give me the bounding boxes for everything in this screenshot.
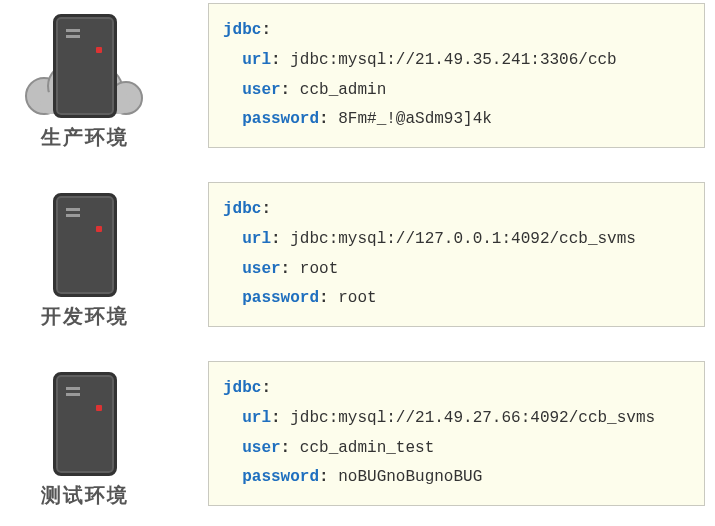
key-jdbc: jdbc <box>223 200 261 218</box>
server-icon <box>53 193 117 297</box>
key-url: url <box>242 409 271 427</box>
key-user: user <box>242 439 280 457</box>
env-icon-col-prod: 生产环境 <box>10 0 160 151</box>
key-password: password <box>242 289 319 307</box>
environments-diagram: 生产环境 jdbc: url: jdbc:mysql://21.49.35.24… <box>0 0 715 519</box>
server-led-icon <box>96 47 102 53</box>
env-label-test: 测试环境 <box>41 482 129 509</box>
server-icon-wrap <box>20 358 150 476</box>
key-jdbc: jdbc <box>223 21 261 39</box>
env-icon-col-test: 测试环境 <box>10 358 160 509</box>
val-url: jdbc:mysql://21.49.35.241:3306/ccb <box>290 51 616 69</box>
key-url: url <box>242 51 271 69</box>
key-password: password <box>242 110 319 128</box>
key-user: user <box>242 81 280 99</box>
val-password: 8Fm#_!@aSdm93]4k <box>338 110 492 128</box>
env-row-test: 测试环境 jdbc: url: jdbc:mysql://21.49.27.66… <box>10 358 705 509</box>
env-row-dev: 开发环境 jdbc: url: jdbc:mysql://127.0.0.1:4… <box>10 179 705 330</box>
val-password: root <box>338 289 376 307</box>
key-user: user <box>242 260 280 278</box>
env-icon-col-dev: 开发环境 <box>10 179 160 330</box>
config-code-test: jdbc: url: jdbc:mysql://21.49.27.66:4092… <box>208 361 705 505</box>
server-led-icon <box>96 405 102 411</box>
key-jdbc: jdbc <box>223 379 261 397</box>
val-user: ccb_admin_test <box>300 439 434 457</box>
env-row-prod: 生产环境 jdbc: url: jdbc:mysql://21.49.35.24… <box>10 0 705 151</box>
server-icon-wrap <box>20 179 150 297</box>
env-label-dev: 开发环境 <box>41 303 129 330</box>
val-user: root <box>300 260 338 278</box>
server-cloud-icon <box>20 0 150 118</box>
server-led-icon <box>96 226 102 232</box>
server-icon <box>53 14 117 118</box>
key-password: password <box>242 468 319 486</box>
val-url: jdbc:mysql://21.49.27.66:4092/ccb_svms <box>290 409 655 427</box>
key-url: url <box>242 230 271 248</box>
env-label-prod: 生产环境 <box>41 124 129 151</box>
val-user: ccb_admin <box>300 81 386 99</box>
val-url: jdbc:mysql://127.0.0.1:4092/ccb_svms <box>290 230 636 248</box>
config-code-dev: jdbc: url: jdbc:mysql://127.0.0.1:4092/c… <box>208 182 705 326</box>
val-password: noBUGnoBugnoBUG <box>338 468 482 486</box>
config-code-prod: jdbc: url: jdbc:mysql://21.49.35.241:330… <box>208 3 705 147</box>
server-icon <box>53 372 117 476</box>
